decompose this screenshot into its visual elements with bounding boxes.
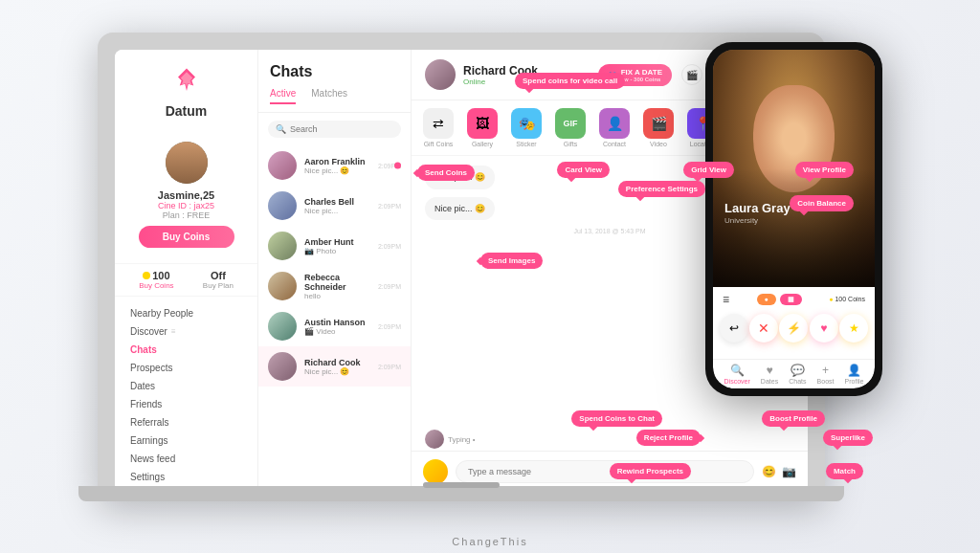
- camera-icon[interactable]: 📷: [782, 465, 796, 478]
- buy-plan-link[interactable]: Buy Plan: [203, 281, 234, 290]
- user-plan: Plan : FREE: [163, 210, 211, 220]
- tooltip-superlike: Superlike: [823, 430, 873, 446]
- gift-coins-action[interactable]: ⇄ Gift Coins: [423, 108, 454, 147]
- chat-tab-active[interactable]: Active: [270, 88, 296, 104]
- superlike-button[interactable]: ★: [839, 314, 868, 343]
- phone-nav-boost[interactable]: + Boost: [817, 364, 835, 385]
- chat-info: Richard Cook Nice pic... 😊: [304, 358, 374, 376]
- chat-avatar: [268, 151, 297, 180]
- sidebar-item-discover[interactable]: Discover ≡: [130, 322, 257, 341]
- phone-screen: Laura Gray University ≡ ● ▦ ● 100 Coins: [713, 50, 875, 388]
- tooltip-spend-video: Spend coins for video call: [515, 73, 625, 89]
- video-action[interactable]: 🎬 Video: [643, 108, 674, 147]
- logo-icon: [169, 65, 204, 100]
- list-item[interactable]: Austin Hanson 🎬 Video 2:09PM: [258, 306, 411, 346]
- sticker-label: Sticker: [516, 141, 536, 147]
- like-button[interactable]: ♥: [810, 314, 838, 343]
- chat-message-input[interactable]: [456, 460, 754, 483]
- chat-tab-matches[interactable]: Matches: [311, 88, 347, 104]
- app-logo: Datum: [115, 65, 257, 119]
- logo-text: Datum: [166, 103, 208, 119]
- reject-button[interactable]: ✕: [749, 314, 778, 343]
- dates-nav-icon: ♥: [766, 364, 772, 377]
- phone-nav-profile[interactable]: 👤 Profile: [845, 364, 864, 385]
- sidebar-item-earnings[interactable]: Earnings: [130, 431, 257, 450]
- sidebar-item-nearby[interactable]: Nearby People: [130, 304, 257, 322]
- chat-info: Charles Bell Nice pic...: [304, 197, 374, 215]
- coins-section: 100 Buy Coins Off Buy Plan: [115, 263, 257, 297]
- chat-avatar: [268, 191, 297, 220]
- grid-view-toggle[interactable]: ▦: [780, 294, 802, 305]
- typing-text: Typing •: [448, 435, 476, 444]
- buy-coins-button[interactable]: Buy Coins: [139, 226, 234, 248]
- avatar-img: [166, 142, 208, 184]
- chat-time: 2:09PM: [378, 323, 401, 330]
- phone-nav-discover[interactable]: 🔍 Discover: [724, 364, 750, 385]
- chat-time: 2:09PM: [378, 283, 401, 290]
- buy-coins-link[interactable]: Buy Coins: [139, 281, 173, 290]
- video-icon: 🎬: [643, 108, 674, 139]
- chat-name: Aaron Franklin: [304, 157, 374, 166]
- phone-toggle: ● ▦: [757, 294, 802, 305]
- tooltip-coin-balance: Coin Balance: [790, 195, 854, 211]
- list-item[interactable]: Rebecca Schneider hello 2:09PM: [258, 266, 411, 306]
- sidebar-item-settings[interactable]: Settings: [130, 468, 257, 486]
- list-item[interactable]: Charles Bell Nice pic... 2:09PM: [258, 186, 411, 226]
- phone-nav-dates[interactable]: ♥ Dates: [761, 364, 778, 385]
- rewind-button[interactable]: ↩: [720, 314, 748, 343]
- emoji-icon[interactable]: 😊: [762, 465, 776, 478]
- chat-contact-avatar: [425, 59, 456, 90]
- gifts-icon: GIF: [555, 108, 586, 139]
- chat-avatar: [268, 272, 297, 300]
- tooltip-match: Match: [826, 463, 863, 479]
- chat-list-header: Chats: [258, 50, 411, 88]
- sidebar-item-referrals[interactable]: Referrals: [130, 413, 257, 431]
- profile-nav-icon: 👤: [847, 364, 861, 377]
- profile-nav-label: Profile: [845, 378, 864, 385]
- chat-time: 2:09PM: [378, 243, 401, 250]
- sidebar-nav: Nearby People Discover ≡ Chats Prospects…: [115, 304, 257, 492]
- sidebar-item-chats[interactable]: Chats: [130, 341, 257, 359]
- gifts-action[interactable]: GIF Gifts: [555, 108, 586, 147]
- sticker-icon: 🎭: [511, 108, 542, 139]
- phone-bottom-nav: 🔍 Discover ♥ Dates 💬 Chats +: [713, 359, 875, 388]
- sidebar-item-dates[interactable]: Dates: [130, 377, 257, 395]
- sidebar-item-prospects[interactable]: Prospects: [130, 359, 257, 377]
- user-name: Jasmine,25: [158, 189, 214, 201]
- card-view-toggle[interactable]: ●: [757, 294, 776, 305]
- phone-container: Laura Gray University ≡ ● ▦ ● 100 Coins: [705, 42, 882, 396]
- gallery-action[interactable]: 🖼 Gallery: [467, 108, 498, 147]
- laptop-screen: Datum Jasmine,25 Cine ID : jax25 Plan : …: [115, 50, 808, 492]
- chat-own-avatar: [423, 459, 448, 484]
- chat-name: Rebecca Schneider: [304, 273, 374, 292]
- phone-action-bar: ≡ ● ▦ ● 100 Coins ↩ ✕ ⚡: [713, 287, 875, 388]
- phone-nav-chats[interactable]: 💬 Chats: [789, 364, 806, 385]
- video-call-icon[interactable]: 🎬: [681, 64, 702, 85]
- sidebar-item-newsfeed[interactable]: News feed: [130, 450, 257, 468]
- chat-info: Amber Hunt 📷 Photo: [304, 237, 374, 255]
- chat-info: Aaron Franklin Nice pic... 😊: [304, 157, 374, 175]
- gallery-label: Gallery: [472, 141, 493, 147]
- laptop-base: [78, 486, 844, 501]
- typing-indicator: Typing •: [412, 428, 808, 451]
- sidebar-item-friends[interactable]: Friends: [130, 395, 257, 413]
- discover-nav-label: Discover: [724, 378, 750, 385]
- user-id: Cine ID : jax25: [158, 201, 214, 210]
- contact-action[interactable]: 👤 Contact: [599, 108, 630, 147]
- search-box[interactable]: 🔍: [268, 121, 401, 138]
- off-amount: Off: [211, 270, 226, 281]
- chat-list-panel: Chats Active Matches 🔍 Aaron Franklin Ni…: [258, 50, 412, 492]
- search-input[interactable]: [290, 124, 393, 134]
- list-item[interactable]: Richard Cook Nice pic... 😊 2:09PM: [258, 346, 411, 387]
- list-item[interactable]: Amber Hunt 📷 Photo 2:09PM: [258, 226, 411, 266]
- boost-button[interactable]: ⚡: [779, 314, 808, 343]
- list-item[interactable]: Aaron Franklin Nice pic... 😊 2:09PM: [258, 145, 411, 186]
- input-icons: 😊 📷: [762, 465, 796, 478]
- sticker-action[interactable]: 🎭 Sticker: [511, 108, 542, 147]
- gift-coins-icon: ⇄: [423, 108, 454, 139]
- phone-top-bar: ≡ ● ▦ ● 100 Coins: [713, 287, 875, 310]
- chat-name: Austin Hanson: [304, 318, 374, 327]
- filter-icon[interactable]: ≡: [723, 293, 729, 306]
- chat-avatar: [268, 312, 297, 341]
- phone-body: Laura Gray University ≡ ● ▦ ● 100 Coins: [705, 42, 882, 396]
